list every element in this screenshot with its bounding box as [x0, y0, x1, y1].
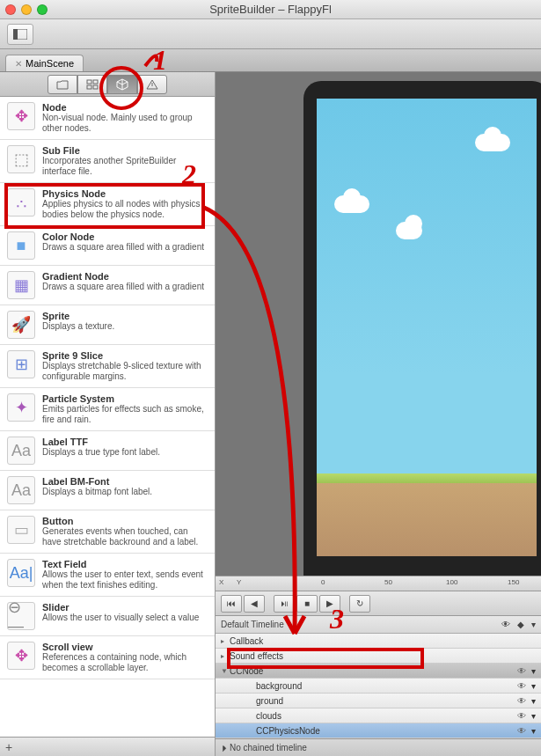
ruler-x-label: X: [219, 578, 223, 586]
tab-warnings[interactable]: [137, 75, 167, 94]
folder-icon: [56, 79, 69, 90]
tab-node-library[interactable]: [107, 75, 137, 94]
window-titlebar: SpriteBuilder – FlappyFl: [0, 0, 541, 19]
add-button[interactable]: +: [5, 740, 12, 754]
node-item-label-ttf[interactable]: AaLabel TTFDisplays a true type font lab…: [0, 431, 215, 471]
node-title: Color Node: [42, 231, 208, 242]
node-item-color-node[interactable]: ■Color NodeDraws a square area filled wi…: [0, 226, 215, 266]
main-toolbar: [0, 19, 541, 49]
timeline-row[interactable]: ▸Callback: [216, 634, 541, 649]
grid-icon: [86, 79, 99, 90]
warning-icon: [146, 79, 158, 90]
step-back-button[interactable]: ◀: [244, 595, 265, 613]
node-icon: ⊖—: [7, 602, 35, 630]
node-title: Sprite: [42, 311, 208, 321]
node-description: Displays a texture.: [42, 321, 208, 332]
visibility-icon[interactable]: 👁: [517, 711, 526, 721]
expand-icon[interactable]: ▾: [531, 666, 536, 676]
node-item-node[interactable]: ✥NodeNon-visual node. Mainly used to gro…: [0, 97, 215, 140]
node-icon: Aa: [7, 437, 35, 465]
expand-icon[interactable]: ▾: [531, 726, 536, 736]
scene-tree-row[interactable]: background👁▾: [216, 679, 541, 694]
expand-icon[interactable]: ▾: [531, 696, 536, 706]
stop-button[interactable]: ■: [296, 595, 318, 613]
tab-close-icon[interactable]: ✕: [15, 59, 22, 69]
node-icon: Aa: [7, 476, 35, 504]
node-icon: ▦: [7, 271, 35, 299]
node-description: References a containing node, which beco…: [42, 652, 208, 673]
cloud-sprite: [396, 222, 422, 239]
timeline-footer[interactable]: ⏵ No chained timeline: [216, 738, 541, 756]
node-title: Sub File: [42, 145, 208, 156]
node-icon: ✥: [7, 642, 35, 670]
close-window-icon[interactable]: [5, 4, 16, 15]
node-title: Text Field: [42, 559, 208, 569]
node-icon: ▭: [7, 516, 35, 544]
loop-button[interactable]: ↻: [349, 595, 370, 613]
scene-tree-row[interactable]: ground👁▾: [216, 694, 541, 708]
device-frame: [303, 81, 541, 576]
svg-rect-1: [13, 29, 18, 40]
scene-tree-row[interactable]: CCPhysicsNode👁▾: [216, 723, 541, 738]
node-item-sprite-9-slice[interactable]: ⊞Sprite 9 SliceDisplays stretchable 9-sl…: [0, 345, 215, 388]
play-pause-button[interactable]: ⏯: [274, 595, 295, 613]
svg-rect-5: [93, 85, 98, 89]
node-title: Physics Node: [42, 188, 208, 199]
scene-tree-row[interactable]: ▼CCNode👁▾: [216, 664, 541, 679]
zoom-window-icon[interactable]: [37, 4, 48, 15]
minimize-window-icon[interactable]: [21, 4, 32, 15]
right-panel: + X Y 0 50 100 150 ⏮ ◀ ⏯ ■ ▶ ↻ Default T…: [216, 72, 541, 756]
visibility-icon[interactable]: 👁: [517, 726, 526, 736]
node-item-slider[interactable]: ⊖—SliderAllows the user to visually sele…: [0, 597, 215, 636]
node-title: Label BM-Font: [42, 476, 208, 487]
canvas-area[interactable]: +: [216, 72, 541, 576]
play-button[interactable]: ▶: [319, 595, 340, 613]
node-item-gradient-node[interactable]: ▦Gradient NodeDraws a square area filled…: [0, 266, 215, 305]
visibility-icon[interactable]: 👁: [517, 681, 526, 691]
toggle-sidebar-button[interactable]: [7, 24, 33, 45]
node-item-text-field[interactable]: Aa|Text FieldAllows the user to enter te…: [0, 554, 215, 597]
scene-tree-row[interactable]: clouds👁▾: [216, 708, 541, 723]
node-item-particle-system[interactable]: ✦Particle SystemEmits particles for effe…: [0, 388, 215, 431]
timeline-row[interactable]: ▸Sound effects: [216, 649, 541, 664]
game-screen[interactable]: [317, 99, 537, 556]
node-title: Particle System: [42, 393, 208, 404]
node-title: Sprite 9 Slice: [42, 350, 208, 361]
node-library-list[interactable]: ✥NodeNon-visual node. Mainly used to gro…: [0, 97, 215, 737]
node-description: Incorporates another SpriteBuilder inter…: [42, 156, 208, 177]
visibility-icon[interactable]: 👁: [517, 666, 526, 676]
timeline-header[interactable]: Default Timeline 👁 ◆ ▾: [216, 616, 541, 634]
node-icon: ■: [7, 231, 35, 260]
node-item-scroll-view[interactable]: ✥Scroll viewReferences a containing node…: [0, 636, 215, 679]
expand-icon[interactable]: ▾: [531, 711, 536, 721]
node-icon: ✥: [7, 102, 35, 130]
node-item-sub-file[interactable]: ⬚Sub FileIncorporates another SpriteBuil…: [0, 140, 215, 183]
node-item-physics-node[interactable]: ⸫Physics NodeApplies physics to all node…: [0, 183, 215, 226]
tab-tileless[interactable]: [77, 75, 107, 94]
document-tabbar: ✕ MainScene: [0, 49, 541, 72]
library-tab-switcher: [0, 72, 215, 97]
tab-file-browser[interactable]: [48, 75, 77, 94]
node-item-label-bm-font[interactable]: AaLabel BM-FontDisplays a bitmap font la…: [0, 471, 215, 510]
cube-icon: [116, 78, 128, 91]
node-item-button[interactable]: ▭ButtonGenerates events when touched, ca…: [0, 510, 215, 554]
traffic-lights[interactable]: [5, 4, 48, 15]
window-title: SpriteBuilder – FlappyFl: [209, 3, 332, 16]
node-description: Displays stretchable 9-sliced texture wi…: [42, 361, 208, 382]
node-title: Slider: [42, 602, 208, 613]
visibility-icon[interactable]: 👁: [517, 696, 526, 706]
expand-icon[interactable]: ▾: [531, 681, 536, 691]
svg-rect-2: [87, 80, 91, 84]
left-panel: ✥NodeNon-visual node. Mainly used to gro…: [0, 72, 216, 756]
node-description: Generates events when touched, can have …: [42, 526, 208, 547]
node-description: Allows the user to enter text, sends eve…: [42, 569, 208, 591]
tab-mainscene[interactable]: ✕ MainScene: [5, 55, 84, 71]
lock-column-icon: ◆: [517, 620, 524, 629]
ruler-horizontal: X Y 0 50 100 150: [216, 576, 541, 591]
rewind-button[interactable]: ⏮: [221, 595, 242, 613]
ruler-y-label: Y: [237, 578, 241, 586]
svg-rect-3: [93, 80, 98, 84]
node-description: Emits particles for effects such as smok…: [42, 404, 208, 425]
node-icon: ✦: [7, 393, 35, 422]
node-item-sprite[interactable]: 🚀SpriteDisplays a texture.: [0, 305, 215, 345]
